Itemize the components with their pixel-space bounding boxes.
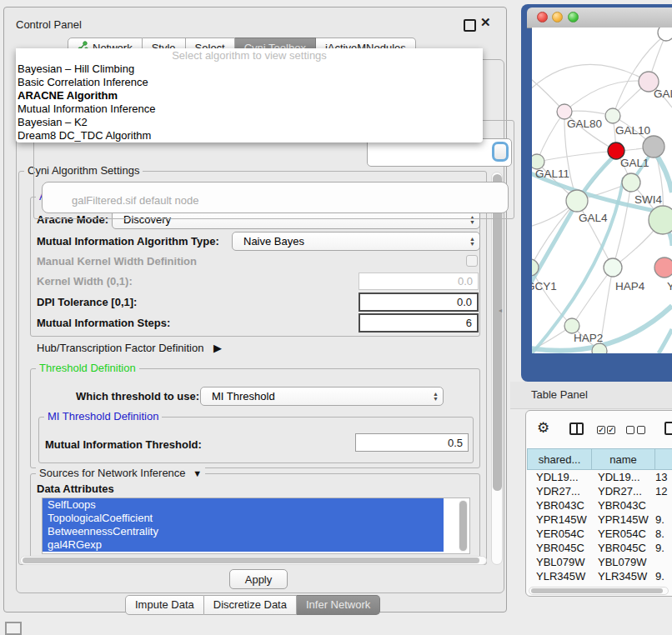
table-panel-title: Table Panel <box>531 388 588 401</box>
node-label: GAL11 <box>535 168 569 180</box>
table-cell: YDL19... <box>527 471 592 483</box>
settings-horizontal-scrollbar[interactable] <box>20 556 487 565</box>
algorithm-combo-fragment[interactable] <box>367 138 512 167</box>
tab-impute-data[interactable]: Impute Data <box>125 595 204 615</box>
network-node-swi4[interactable] <box>622 173 640 192</box>
node-label: HAP4 <box>615 280 645 292</box>
network-node[interactable] <box>649 206 672 234</box>
network-edge-highlighted[interactable] <box>659 329 672 353</box>
algorithm-option-basic-correlation-inference[interactable]: Basic Correlation Inference <box>16 76 483 89</box>
combo-spinner-focused[interactable] <box>492 142 509 162</box>
mi-type-combo[interactable]: Naive Bayes <box>232 232 480 251</box>
table-cell: YBR043C <box>592 499 655 512</box>
attribute-item-gal4rgexp[interactable]: gal4RGexp <box>43 538 444 552</box>
attribute-item-topologicalcoefficient[interactable]: TopologicalCoefficient <box>43 512 444 525</box>
network-graph[interactable]: GAL2GAL80GAL10GAL1GAL11SWI4GAL4GCY1HAP4Y… <box>532 28 672 353</box>
node-label: GAL2 <box>654 88 672 100</box>
spinner-arrows-icon[interactable] <box>433 392 439 402</box>
table-row[interactable]: YBR045CYBR045C9. <box>527 541 672 555</box>
sources-group-title[interactable]: Sources for Network Inference <box>36 467 205 479</box>
data-attributes-list[interactable]: SelfLoopsTopologicalCoefficientBetweenne… <box>42 498 470 554</box>
window-close-button[interactable] <box>537 12 548 22</box>
which-threshold-value: MI Threshold <box>212 390 275 402</box>
table-cell: 9. <box>655 513 672 526</box>
network-edge[interactable] <box>537 112 564 162</box>
algorithm-option-mutual-information-inference[interactable]: Mutual Information Inference <box>16 102 483 116</box>
algorithm-option-bayesian-hill-climbing[interactable]: Bayesian – Hill Climbing <box>16 62 483 76</box>
table-combo-value: galFiltered.sif default node <box>72 194 198 207</box>
algorithm-option-bayesian-k2[interactable]: Bayesian – K2 <box>16 116 483 129</box>
network-node-y[interactable] <box>654 258 672 278</box>
table-row[interactable]: YBL079WYBL079W <box>527 555 672 569</box>
collapse-arrow-icon[interactable] <box>193 468 202 478</box>
mi-steps-field[interactable]: 6 <box>359 313 479 332</box>
column-header-cut[interactable] <box>655 448 672 470</box>
tab-infer-network[interactable]: Infer Network <box>297 595 380 615</box>
window-minimize-button[interactable] <box>552 12 563 22</box>
screen: Control Panel ✕ NetworkStyleSelectCyni T… <box>0 0 672 635</box>
attributes-list-scrollbar[interactable] <box>459 500 468 552</box>
attribute-item-betweennesscentrality[interactable]: BetweennessCentrality <box>43 525 444 538</box>
apply-button[interactable]: Apply <box>229 569 288 589</box>
network-edge[interactable] <box>537 151 616 162</box>
table-row[interactable]: YLR345WYLR345W9. <box>527 569 672 583</box>
table-cell: YPR145W <box>592 513 655 526</box>
network-node-gal4[interactable] <box>566 190 588 212</box>
table-row[interactable]: YBR043CYBR043C <box>527 498 672 512</box>
float-window-icon[interactable] <box>464 19 476 32</box>
table-row[interactable]: YPR145WYPR145W9. <box>527 512 672 527</box>
table-row[interactable]: YER054CYER054C8. <box>527 527 672 541</box>
algorithm-option-dream8-dc-tdc-algorithm[interactable]: Dream8 DC_TDC Algorithm <box>16 129 483 142</box>
network-edge[interactable] <box>532 268 572 326</box>
network-edge[interactable] <box>564 81 649 112</box>
spinner-arrows-icon[interactable] <box>469 237 475 247</box>
table-horizontal-scrollbar[interactable] <box>529 587 669 595</box>
table-cell: YDR27... <box>592 485 655 498</box>
tab-label: Discretize Data <box>213 598 287 611</box>
select-all-checks-icon[interactable]: ✓ ✓ <box>597 426 615 434</box>
minimized-panel-icon[interactable] <box>5 622 22 635</box>
split-columns-icon[interactable] <box>569 422 584 435</box>
network-window-titlebar[interactable] <box>527 8 672 28</box>
table-cell: YER054C <box>592 528 655 540</box>
algorithm-option-aracne-algorithm[interactable]: ARACNE Algorithm <box>16 89 483 102</box>
kernel-width-field[interactable]: 0.0 <box>359 272 479 290</box>
threshold-definition-title: Threshold Definition <box>36 362 139 374</box>
hub-section-toggle[interactable]: Hub/Transcription Factor Definition <box>37 342 222 354</box>
dpi-tolerance-value: 0.0 <box>457 296 472 308</box>
tab-discretize-data[interactable]: Discretize Data <box>204 595 297 615</box>
column-header-shared[interactable]: shared... <box>527 448 592 470</box>
network-node[interactable] <box>592 343 607 353</box>
network-node[interactable] <box>658 28 672 41</box>
gear-icon[interactable]: ⚙ <box>537 419 549 437</box>
network-canvas[interactable]: GAL2GAL80GAL10GAL1GAL11SWI4GAL4GCY1HAP4Y… <box>532 28 672 353</box>
mi-threshold-value: 0.5 <box>448 437 463 449</box>
table-cell: YDR27... <box>527 485 592 498</box>
manual-kernel-checkbox[interactable] <box>466 255 478 267</box>
network-node-gal10[interactable] <box>605 108 620 123</box>
table-row[interactable]: YDL19...YDL19...13 <box>527 470 672 484</box>
table-row[interactable]: YIL052CYIL052C9. <box>527 583 672 586</box>
network-node[interactable] <box>643 136 664 158</box>
column-header-name[interactable]: name <box>592 448 655 470</box>
splitter-handle[interactable]: ◂ <box>499 307 503 314</box>
node-label: GCY1 <box>532 280 557 292</box>
network-edge[interactable] <box>613 34 666 116</box>
expand-arrow-icon[interactable] <box>213 342 222 354</box>
deselect-all-boxes-icon[interactable] <box>626 426 645 434</box>
network-edge[interactable] <box>572 268 613 326</box>
attribute-item-selfloops[interactable]: SelfLoops <box>43 498 444 512</box>
dpi-tolerance-field[interactable]: 0.0 <box>359 292 479 312</box>
table-cell: YBL079W <box>527 556 592 568</box>
mi-threshold-field[interactable]: 0.5 <box>355 433 469 452</box>
network-node-hap4[interactable] <box>604 258 622 277</box>
column-partial-icon[interactable] <box>664 422 672 435</box>
table-header-row: shared...name <box>527 448 672 470</box>
algorithm-dropdown-placeholder: Select algorithm to view settings <box>16 48 483 62</box>
which-threshold-combo[interactable]: MI Threshold <box>200 387 444 406</box>
table-row[interactable]: YDR27...YDR27...12 <box>527 484 672 498</box>
settings-vertical-scrollbar[interactable] <box>491 172 503 565</box>
window-zoom-button[interactable] <box>568 12 579 22</box>
network-edge[interactable] <box>532 64 649 92</box>
close-panel-icon[interactable]: ✕ <box>480 15 491 30</box>
